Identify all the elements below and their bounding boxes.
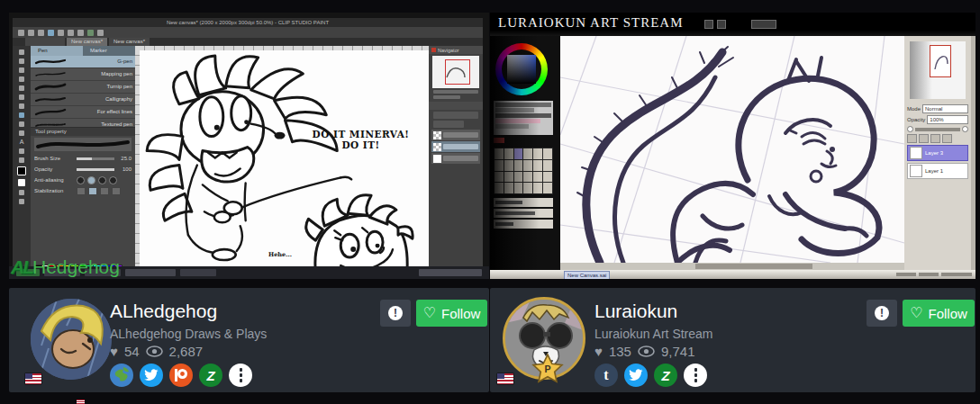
new-layer-button[interactable]	[907, 134, 917, 143]
checkbox[interactable]	[907, 126, 913, 132]
more-icon[interactable]	[229, 364, 252, 387]
document-tab[interactable]	[25, 38, 65, 46]
navigator-slider[interactable]	[433, 95, 460, 99]
channel-name[interactable]: ALhedgehog	[110, 301, 217, 322]
tool-icon[interactable]	[19, 49, 24, 55]
aa-option[interactable]	[109, 176, 117, 184]
mode-dropdown[interactable]: Normal	[922, 104, 968, 113]
csp-canvas[interactable]: DO IT MINERVA! DO IT! Hehe...	[135, 46, 429, 272]
aa-option[interactable]	[77, 176, 85, 184]
layer-row[interactable]: Layer 1	[907, 163, 968, 179]
follow-button[interactable]: ♡ Follow	[416, 300, 487, 327]
text-tool-icon[interactable]: A	[20, 139, 24, 145]
swatch-row[interactable]	[495, 113, 551, 118]
stabilization-step[interactable]	[77, 187, 86, 195]
avatar-alhedgehog[interactable]	[31, 299, 112, 380]
sai-tool[interactable]	[495, 172, 504, 183]
layer-row-selected[interactable]: Layer 3	[907, 145, 968, 161]
sai-tool[interactable]	[514, 160, 523, 171]
stabilization-step-selected[interactable]	[88, 187, 97, 195]
tool-icon[interactable]	[19, 85, 24, 91]
deviantart-icon[interactable]: Z	[654, 364, 677, 387]
sai-tool[interactable]	[533, 172, 542, 183]
sai-tool[interactable]	[523, 160, 532, 171]
sai-tool[interactable]	[543, 148, 552, 159]
document-tab[interactable]: New canvas*	[109, 38, 150, 46]
stream-thumbnail-alhedgehog[interactable]: New canvas* (2000 x 2000px 300dpi 50.0%)…	[9, 13, 489, 279]
subtool-tab-marker[interactable]: Marker	[83, 46, 135, 56]
brush-setting-row[interactable]	[494, 209, 553, 218]
deviantart-icon[interactable]: Z	[199, 364, 222, 387]
tool-icon-selected[interactable]	[19, 112, 24, 118]
opacity-slider[interactable]	[77, 168, 114, 171]
duplicate-layer-button[interactable]	[930, 134, 940, 143]
sai-tool[interactable]	[543, 172, 552, 183]
tool-icon[interactable]	[19, 103, 24, 109]
stream-thumbnail-luraiokun[interactable]: LURAIOKUN ART STREAM	[490, 13, 975, 279]
document-tab-active[interactable]: New canvas*	[67, 38, 107, 46]
sai-tool[interactable]	[533, 183, 542, 193]
layer-row[interactable]	[431, 130, 480, 140]
tool-icon[interactable]	[19, 148, 24, 154]
tumblr-icon[interactable]: t	[594, 364, 618, 387]
checkbox[interactable]	[962, 126, 968, 132]
taskbar-item-active[interactable]: New Canvas.sai	[564, 271, 610, 279]
sai-tool[interactable]	[533, 160, 542, 171]
sai-tool[interactable]	[495, 148, 504, 159]
brush-row-selected[interactable]: G-pen	[31, 56, 135, 68]
sub-color-swatch[interactable]	[18, 179, 25, 186]
sai-tool[interactable]	[495, 160, 504, 171]
sai-tool[interactable]	[533, 148, 542, 159]
saturation-value-picker[interactable]	[507, 55, 536, 84]
tool-icon[interactable]	[19, 94, 24, 100]
brush-row[interactable]: For effect lines	[31, 106, 135, 119]
brush-row[interactable]: Turnip pen	[31, 81, 135, 94]
sai-tool[interactable]	[523, 172, 532, 183]
brush-setting-row[interactable]	[494, 220, 553, 229]
swatch-row[interactable]	[495, 119, 540, 123]
horizontal-scrollbar[interactable]	[560, 263, 904, 270]
sai-tool[interactable]	[543, 183, 552, 193]
tool-icon[interactable]	[19, 199, 24, 204]
sai-canvas[interactable]	[560, 36, 904, 263]
sai-tool[interactable]	[543, 160, 552, 171]
aa-option-selected[interactable]	[87, 176, 95, 184]
taskbar-item[interactable]	[180, 269, 216, 276]
sai-tool[interactable]	[504, 148, 513, 159]
sai-tool[interactable]	[504, 160, 513, 171]
taskbar-item-active[interactable]	[125, 269, 176, 276]
tool-icon[interactable]	[19, 121, 24, 127]
swatch-row[interactable]	[495, 124, 529, 129]
sai-tool-selected[interactable]	[514, 148, 523, 159]
brush-setting-row[interactable]	[494, 198, 553, 207]
info-button[interactable]: !	[380, 300, 411, 327]
vertical-scrollbar[interactable]	[971, 36, 975, 279]
delete-layer-button[interactable]	[942, 134, 952, 143]
sai-tool[interactable]	[504, 172, 513, 183]
tool-icon[interactable]	[19, 58, 24, 64]
layer-row-selected[interactable]	[431, 141, 480, 152]
channel-name[interactable]: Luraiokun	[594, 301, 677, 322]
sai-tool[interactable]	[523, 148, 532, 159]
navigator-view-rect[interactable]	[930, 45, 951, 77]
swatch-row[interactable]	[495, 108, 534, 112]
layer-row[interactable]	[431, 153, 480, 164]
aa-option[interactable]	[98, 176, 106, 184]
stabilization-step[interactable]	[100, 187, 109, 195]
navigator-slider[interactable]	[433, 90, 478, 94]
tool-icon[interactable]	[19, 130, 24, 136]
sai-tool[interactable]	[514, 183, 523, 193]
info-button[interactable]: !	[867, 300, 897, 327]
patreon-icon[interactable]	[169, 364, 193, 387]
twitter-icon[interactable]	[624, 364, 648, 387]
opacity-value[interactable]: 100%	[927, 115, 968, 124]
main-color-swatch[interactable]	[17, 166, 26, 175]
new-folder-button[interactable]	[919, 134, 929, 143]
more-icon[interactable]	[684, 364, 707, 387]
color-wheel[interactable]	[495, 43, 548, 95]
tool-icon[interactable]	[19, 67, 24, 73]
subtool-tab-pen[interactable]: Pen	[31, 46, 83, 56]
stabilization-step[interactable]	[112, 187, 121, 195]
sai-tool[interactable]	[523, 183, 532, 193]
tool-icon[interactable]	[19, 190, 24, 195]
